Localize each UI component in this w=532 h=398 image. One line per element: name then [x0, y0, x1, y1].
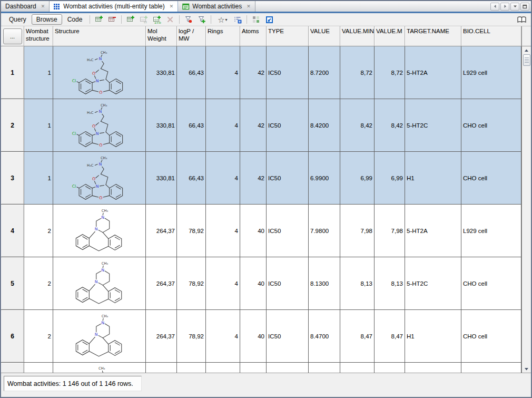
col-header-value-max[interactable]: VALUE.M — [375, 26, 405, 46]
cell-structure[interactable] — [53, 310, 146, 362]
cell-mol-weight[interactable] — [146, 363, 177, 373]
table-corner-button[interactable]: ... — [3, 28, 22, 44]
col-header-bio-cell[interactable]: BIO.CELL — [461, 26, 521, 46]
col-header-logp-mw[interactable]: logP / MW — [177, 26, 206, 46]
tab-dashboard[interactable]: Dashboard ✕ — [1, 1, 50, 12]
cell-wombat-structure[interactable]: 1 — [24, 152, 53, 204]
cell-bio-cell[interactable]: CHO cell — [461, 257, 521, 309]
cell-rings[interactable]: 4 — [206, 152, 240, 204]
col-header-structure[interactable]: Structure — [53, 26, 146, 46]
table-row[interactable] — [1, 363, 521, 373]
table-add-row-icon[interactable] — [93, 14, 105, 25]
cell-atoms[interactable]: 40 — [240, 310, 267, 362]
close-icon[interactable]: ✕ — [247, 4, 251, 9]
cell-type[interactable]: IC50 — [267, 205, 309, 257]
cell-structure[interactable] — [53, 363, 146, 373]
table-row[interactable]: 6 2 264,37 78,92 4 40 IC50 8.4700 8,47 8… — [1, 310, 521, 363]
code-mode-button[interactable]: Code — [63, 14, 87, 25]
cell-wombat-structure[interactable]: 2 — [24, 257, 53, 309]
cell-rings[interactable]: 4 — [206, 46, 240, 99]
tab-scroll-left-icon[interactable] — [490, 3, 499, 11]
cell-mol-weight[interactable]: 264,37 — [146, 205, 177, 257]
cell-atoms[interactable]: 42 — [240, 99, 267, 151]
scroll-up-icon[interactable] — [523, 46, 531, 54]
cell-value-max[interactable]: 6,99 — [375, 152, 405, 204]
cell-value-max[interactable]: 8,72 — [375, 46, 405, 99]
cell-logp-mw[interactable]: 78,92 — [177, 310, 206, 362]
cell-value-min[interactable]: 8,47 — [340, 310, 375, 362]
cell-value-min[interactable]: 7,98 — [340, 205, 375, 257]
workspace-book-icon[interactable] — [515, 14, 528, 25]
cell-wombat-structure[interactable] — [24, 363, 53, 373]
cell-structure[interactable] — [53, 205, 146, 257]
scrollbar-thumb[interactable] — [523, 54, 530, 66]
cell-type[interactable]: IC50 — [267, 310, 309, 362]
cell-logp-mw[interactable]: 78,92 — [177, 257, 206, 309]
col-header-type[interactable]: TYPE — [267, 26, 309, 46]
table-row[interactable]: 5 2 264,37 78,92 4 40 IC50 8.1300 8,13 8… — [1, 257, 521, 310]
cell-target-name[interactable]: 5-HT2A — [405, 46, 461, 99]
cell-value-max[interactable]: 8,42 — [375, 99, 405, 151]
row-header[interactable]: 5 — [1, 257, 24, 309]
col-header-value-min[interactable]: VALUE.MIN — [340, 26, 375, 46]
cell-type[interactable]: IC50 — [267, 152, 309, 204]
cell-bio-cell[interactable]: L929 cell — [461, 46, 521, 99]
cell-logp-mw[interactable]: 66,43 — [177, 152, 206, 204]
table-add-ct-icon[interactable]: ct — [137, 14, 150, 25]
vertical-scrollbar[interactable] — [521, 26, 531, 373]
browse-mode-button[interactable]: Browse — [32, 14, 62, 25]
cell-value-max[interactable]: 8,47 — [375, 310, 405, 362]
cell-structure[interactable] — [53, 99, 146, 151]
cell-value-min[interactable]: 8,42 — [340, 99, 375, 151]
table-row[interactable]: 4 2 264,37 78,92 4 40 IC50 7.9800 7,98 7… — [1, 205, 521, 257]
cell-target-name[interactable]: H1 — [405, 310, 461, 362]
col-header-rings[interactable]: Rings — [206, 26, 240, 46]
query-mode-button[interactable]: Query — [4, 14, 31, 25]
cell-type[interactable] — [267, 363, 309, 373]
cell-type[interactable]: IC50 — [267, 257, 309, 309]
tab-list-dropdown-icon[interactable] — [510, 3, 519, 11]
cell-type[interactable]: IC50 — [267, 99, 309, 151]
cell-value[interactable]: 8.7200 — [309, 46, 340, 99]
cell-wombat-structure[interactable]: 2 — [24, 310, 53, 362]
cell-rings[interactable]: 4 — [206, 99, 240, 151]
tab-wombat-multi-entity[interactable]: Wombat activities (multi-entity table) ✕ — [50, 1, 178, 12]
table-add-entity-icon[interactable] — [124, 14, 137, 25]
cell-rings[interactable]: 4 — [206, 205, 240, 257]
cell-value[interactable]: 8.1300 — [309, 257, 340, 309]
cell-mol-weight[interactable]: 330,81 — [146, 99, 177, 151]
cell-mol-weight[interactable]: 264,37 — [146, 257, 177, 309]
cell-value-max[interactable]: 7,98 — [375, 205, 405, 257]
tab-scroll-right-icon[interactable] — [500, 3, 509, 11]
col-header-mol-weight[interactable]: Mol Weight — [146, 26, 177, 46]
col-header-atoms[interactable]: Atoms — [240, 26, 267, 46]
cell-logp-mw[interactable]: 78,92 — [177, 205, 206, 257]
cell-bio-cell[interactable]: L929 cell — [461, 205, 521, 257]
table-row[interactable]: 2 1 330,81 66,43 4 42 IC50 8.4200 8,42 8… — [1, 99, 521, 152]
cell-rings[interactable]: 4 — [206, 310, 240, 362]
tab-wombat-activities[interactable]: Wombat activities ✕ — [178, 1, 255, 12]
cell-value-min[interactable]: 8,72 — [340, 46, 375, 99]
cell-atoms[interactable]: 40 — [240, 257, 267, 309]
cell-mol-weight[interactable]: 264,37 — [146, 310, 177, 362]
cell-structure[interactable] — [53, 152, 146, 204]
col-header-wombat-structure[interactable]: Wombat structure — [24, 26, 53, 46]
cell-value[interactable] — [309, 363, 340, 373]
cell-value[interactable]: 7.9800 — [309, 205, 340, 257]
cell-value[interactable]: 8.4700 — [309, 310, 340, 362]
cell-wombat-structure[interactable]: 1 — [24, 99, 53, 151]
cell-atoms[interactable]: 40 — [240, 205, 267, 257]
delete-x-icon[interactable] — [164, 14, 176, 25]
filter-add-icon[interactable] — [195, 14, 208, 25]
cell-value-min[interactable]: 6,99 — [340, 152, 375, 204]
row-header[interactable] — [1, 363, 24, 373]
cell-value-max[interactable]: 8,13 — [375, 257, 405, 309]
col-header-target-name[interactable]: TARGET.NAME — [405, 26, 461, 46]
cell-type[interactable]: IC50 — [267, 46, 309, 99]
row-header[interactable]: 6 — [1, 310, 24, 362]
favorites-star-icon[interactable]: ☆▾ — [214, 14, 231, 25]
cell-wombat-structure[interactable]: 1 — [24, 46, 53, 99]
cell-wombat-structure[interactable]: 2 — [24, 205, 53, 257]
table-row[interactable]: 3 1 330,81 66,43 4 42 IC50 6.9900 6,99 6… — [1, 152, 521, 205]
maximize-icon[interactable] — [520, 3, 529, 11]
